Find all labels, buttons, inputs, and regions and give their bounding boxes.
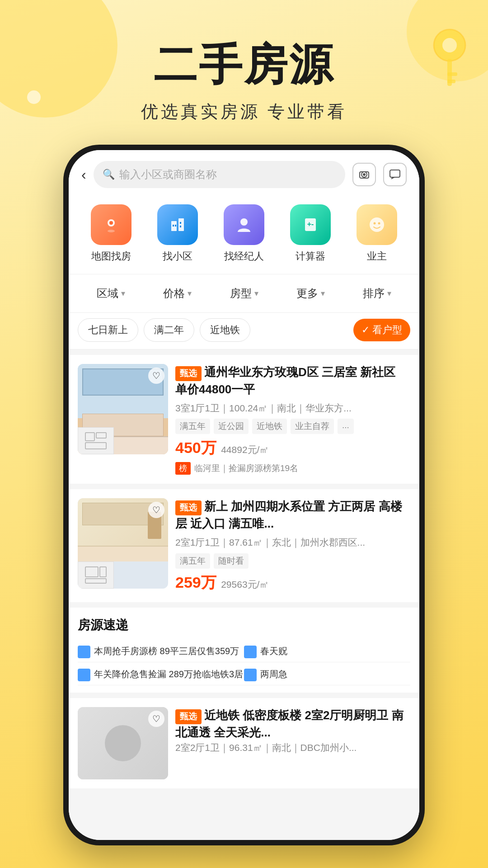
tags-row: 七日新上 满二年 近地铁 ✓ 看户型 — [69, 313, 419, 349]
svg-point-23 — [378, 222, 380, 225]
calculator-icon: +- — [290, 204, 331, 245]
tag-full5-2: 满五年 — [175, 553, 210, 569]
favorite-button-3[interactable]: ♡ — [148, 711, 164, 727]
listing-image-1: ♡ — [78, 364, 168, 454]
nav-item-owner[interactable]: 业主 — [357, 204, 397, 263]
svg-text:+-: +- — [307, 220, 314, 228]
map-icon — [91, 204, 131, 245]
phone-screen: ‹ 🔍 输入小区或商圈名称 — [69, 150, 419, 840]
listings-area: ♡ 甄选通州华业东方玫瑰D区 三居室 新社区 单价44800一平 3室1厅1卫｜… — [69, 349, 419, 840]
filter-sort-label: 排序 — [363, 286, 385, 301]
speed-item-2[interactable]: 春天贶 — [244, 641, 410, 662]
nav-item-community[interactable]: 找小区 — [157, 204, 198, 263]
filter-area[interactable]: 区域 ▾ — [78, 282, 144, 305]
nav-item-calculator[interactable]: +- 计算器 — [290, 204, 331, 263]
header-section: 二手房源 优选真实房源 专业带看 — [0, 0, 488, 142]
floorplan-thumb-2 — [78, 561, 114, 589]
listing-title-1: 甄选通州华业东方玫瑰D区 三居室 新社区 单价44800一平 — [175, 364, 410, 397]
nav-label-community: 找小区 — [163, 250, 192, 263]
filter-roomtype-label: 房型 — [230, 286, 252, 301]
nav-label-map: 地图找房 — [91, 250, 131, 263]
tag-five-year[interactable]: 满二年 — [144, 318, 194, 342]
speed-text-1: 本周抢手房源榜 89平三居仅售359万 — [94, 645, 239, 657]
page-title: 二手房源 — [0, 36, 488, 95]
tag-subway: 近地铁 — [252, 419, 287, 434]
page-subtitle: 优选真实房源 专业带看 — [0, 100, 488, 123]
speed-text-2: 春天贶 — [260, 645, 287, 657]
speed-text-4: 两周急 — [260, 668, 287, 680]
listing-meta-1: 3室1厅1卫｜100.24㎡｜南北｜华业东方... — [175, 401, 410, 415]
listing-price-2: 259万 — [175, 574, 216, 591]
filter-price[interactable]: 价格 ▾ — [144, 282, 211, 305]
speed-icon-1 — [78, 646, 90, 658]
svg-point-11 — [108, 230, 115, 232]
tag-metro[interactable]: 近地铁 — [200, 318, 250, 342]
listing-meta-3: 2室2厅1卫｜96.31㎡｜南北｜DBC加州小... — [175, 741, 410, 755]
filter-sort[interactable]: 排序 ▾ — [344, 282, 410, 305]
svg-rect-17 — [180, 226, 181, 227]
speed-grid: 本周抢手房源榜 89平三居仅售359万 春天贶 年关降价急售捡漏 289万抢临地… — [78, 641, 410, 693]
svg-point-22 — [374, 222, 376, 225]
listing-card-2[interactable]: ♡ 甄选新上 加州四期水系位置 方正两居 高楼层 近入口 满五唯... 2室1厅… — [69, 489, 419, 602]
back-button[interactable]: ‹ — [81, 166, 86, 183]
message-button[interactable] — [383, 163, 407, 186]
nav-label-agent: 找经纪人 — [224, 250, 264, 263]
listing-price-unit-1: 44892元/㎡ — [221, 444, 269, 455]
listing-tags-2: 满五年 随时看 — [175, 553, 410, 569]
svg-rect-24 — [85, 433, 94, 441]
phone-frame: ‹ 🔍 输入小区或商圈名称 — [63, 145, 425, 845]
search-input-box[interactable]: 🔍 输入小区或商圈名称 — [94, 161, 345, 188]
tag-self: 业主自荐 — [291, 419, 334, 434]
search-placeholder: 输入小区或商圈名称 — [119, 167, 217, 182]
arrow-icon-3: ▾ — [254, 288, 258, 298]
listing-badge-1: 甄选 — [175, 366, 202, 381]
speed-section: 房源速递 本周抢手房源榜 89平三居仅售359万 春天贶 年关降价急售捡漏 28… — [69, 608, 419, 693]
listing-card-3[interactable]: ♡ 甄选近地铁 低密度板楼 2室2厅明厨明卫 南北通透 全天采光... 2室2厅… — [69, 698, 419, 788]
svg-point-7 — [363, 173, 366, 176]
tag-floor-plan[interactable]: ✓ 看户型 — [353, 319, 410, 341]
filter-more[interactable]: 更多 ▾ — [277, 282, 344, 305]
listing-info-1: 甄选通州华业东方玫瑰D区 三居室 新社区 单价44800一平 3室1厅1卫｜10… — [175, 364, 410, 475]
arrow-icon: ▾ — [121, 288, 125, 298]
owner-icon — [357, 204, 397, 245]
listing-info-2: 甄选新上 加州四期水系位置 方正两居 高楼层 近入口 满五唯... 2室1厅1卫… — [175, 498, 410, 593]
camera-button[interactable] — [352, 163, 376, 186]
nav-item-map[interactable]: 地图找房 — [91, 204, 131, 263]
rank-badge-1: 榜 — [175, 462, 191, 475]
svg-point-21 — [370, 217, 384, 232]
listing-tags-1: 满五年 近公园 近地铁 业主自荐 ... — [175, 419, 410, 434]
speed-item-3[interactable]: 年关降价急售捡漏 289万抢临地铁3居 — [78, 664, 244, 685]
svg-rect-26 — [85, 443, 106, 449]
filter-price-label: 价格 — [163, 286, 185, 301]
rank-text-1: 临河里｜捡漏房源榜第19名 — [194, 462, 298, 474]
listing-card-1[interactable]: ♡ 甄选通州华业东方玫瑰D区 三居室 新社区 单价44800一平 3室1厅1卫｜… — [69, 355, 419, 484]
nav-item-agent[interactable]: 找经纪人 — [224, 204, 264, 263]
tag-anytime: 随时看 — [214, 553, 249, 569]
filter-tabs: 区域 ▾ 价格 ▾ 房型 ▾ 更多 ▾ 排序 ▾ — [69, 274, 419, 313]
svg-rect-14 — [173, 225, 174, 226]
favorite-button-1[interactable]: ♡ — [148, 368, 164, 384]
filter-roomtype[interactable]: 房型 ▾ — [211, 282, 277, 305]
listing-price-unit-2: 29563元/㎡ — [221, 579, 269, 590]
listing-image-2: ♡ — [78, 498, 168, 589]
search-icon: 🔍 — [103, 169, 115, 180]
listing-image-3: ♡ — [78, 707, 168, 779]
listing-rank-1: 榜 临河里｜捡漏房源榜第19名 — [175, 462, 410, 475]
svg-point-10 — [109, 221, 113, 225]
speed-item-1[interactable]: 本周抢手房源榜 89平三居仅售359万 — [78, 641, 244, 662]
svg-rect-13 — [178, 218, 184, 231]
agent-icon — [224, 204, 264, 245]
listing-meta-2: 2室1厅1卫｜87.61㎡｜东北｜加州水郡西区... — [175, 535, 410, 550]
speed-icon-2 — [244, 646, 257, 658]
listing-badge-3: 甄选 — [175, 709, 202, 724]
svg-rect-15 — [175, 225, 176, 226]
community-icon — [157, 204, 198, 245]
speed-item-4[interactable]: 两周急 — [244, 664, 410, 685]
tag-floor-plan-label: 看户型 — [372, 323, 402, 337]
svg-point-18 — [240, 218, 248, 226]
svg-rect-16 — [180, 222, 181, 224]
svg-rect-28 — [100, 567, 106, 577]
svg-rect-25 — [96, 433, 106, 438]
tag-new[interactable]: 七日新上 — [78, 318, 138, 342]
svg-rect-29 — [85, 579, 106, 583]
